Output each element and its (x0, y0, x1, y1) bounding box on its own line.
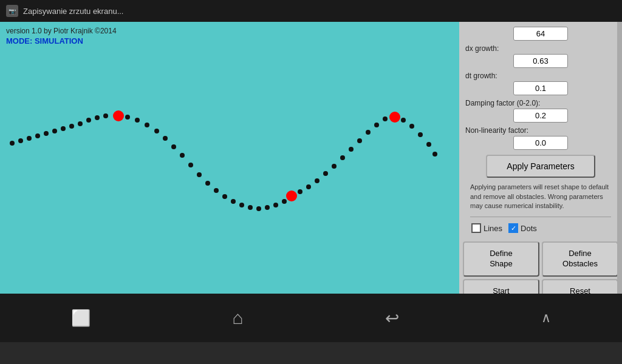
svg-point-23 (222, 194, 227, 199)
damping-label: Damping factor (0-2.0): (465, 99, 616, 107)
svg-point-44 (418, 132, 423, 137)
svg-point-14 (145, 123, 149, 127)
right-panel: dx growth: dt growth: Damping factor (0-… (459, 22, 622, 294)
svg-point-10 (95, 115, 100, 120)
svg-point-34 (323, 171, 328, 176)
back-icon[interactable]: ↩ (385, 308, 399, 328)
svg-point-11 (103, 113, 108, 118)
define-obstacles-button[interactable]: DefineObstacles (542, 241, 618, 277)
svg-point-40 (374, 123, 379, 127)
svg-point-3 (35, 133, 40, 138)
svg-point-4 (44, 131, 49, 136)
dots-checkbox-label[interactable]: Dots (508, 223, 537, 233)
svg-point-0 (10, 141, 15, 146)
svg-point-17 (171, 144, 176, 149)
svg-point-8 (78, 121, 83, 126)
svg-point-28 (265, 205, 270, 210)
canvas-area: version 1.0 by Piotr Krajnik ©2014 MODE:… (0, 22, 459, 294)
dt-growth-input[interactable] (513, 81, 568, 95)
svg-point-26 (248, 205, 253, 210)
svg-point-2 (27, 136, 32, 141)
svg-point-29 (273, 203, 278, 207)
lines-label: Lines (484, 224, 502, 233)
up-icon[interactable]: ∧ (541, 310, 551, 326)
svg-point-27 (256, 206, 261, 211)
svg-point-19 (188, 163, 193, 167)
svg-point-24 (231, 199, 236, 204)
svg-point-7 (69, 124, 74, 129)
svg-point-43 (409, 124, 414, 129)
apply-parameters-button[interactable]: Apply Parameters (486, 155, 595, 178)
params-section: dx growth: dt growth: Damping factor (0-… (459, 22, 622, 239)
control-point-2[interactable] (389, 112, 400, 123)
svg-point-46 (432, 152, 437, 157)
checkboxes-row: Lines Dots (465, 221, 616, 235)
dots-label: Dots (521, 224, 537, 233)
lines-checkbox-label[interactable]: Lines (471, 223, 502, 233)
svg-point-6 (61, 126, 66, 131)
svg-point-35 (332, 164, 337, 169)
svg-point-25 (239, 203, 244, 207)
action-buttons: DefineShape DefineObstacles StartSimulat… (459, 239, 622, 294)
svg-point-31 (298, 189, 302, 194)
svg-point-1 (18, 138, 23, 143)
reset-simulation-button[interactable]: ResetSimulation (542, 279, 618, 294)
svg-point-33 (315, 178, 320, 183)
nonlinearity-label: Non-linearity factor: (465, 126, 616, 135)
home-icon[interactable]: ⌂ (233, 308, 244, 328)
top-param-input[interactable] (513, 27, 568, 41)
define-shape-button[interactable]: DefineShape (463, 241, 539, 277)
simulation-canvas (0, 22, 459, 294)
damping-input[interactable] (513, 109, 568, 123)
svg-point-36 (340, 155, 345, 160)
svg-point-30 (282, 199, 287, 204)
start-simulation-button[interactable]: StartSimulation (463, 279, 539, 294)
svg-point-41 (383, 116, 388, 121)
dots-checkbox[interactable] (508, 223, 518, 233)
svg-point-16 (163, 136, 168, 141)
svg-point-39 (366, 130, 371, 135)
svg-point-12 (125, 115, 130, 120)
apply-note: Applying parameters will reset shape to … (465, 180, 616, 213)
svg-point-13 (135, 118, 140, 123)
svg-point-15 (154, 129, 159, 133)
svg-point-18 (180, 153, 185, 158)
title-bar: 📷 Zapisywanie zrzutu ekranu... (0, 0, 622, 22)
recent-apps-icon[interactable]: ⬜ (71, 309, 91, 328)
divider (470, 217, 611, 217)
svg-point-37 (349, 147, 354, 152)
nonlinearity-input[interactable] (513, 136, 568, 150)
svg-point-32 (306, 184, 311, 189)
svg-point-38 (357, 138, 362, 143)
dx-growth-input[interactable] (513, 54, 568, 68)
dt-growth-label: dt growth: (465, 72, 616, 80)
svg-point-22 (214, 188, 219, 193)
lines-checkbox[interactable] (471, 223, 481, 233)
svg-point-21 (205, 181, 210, 186)
scroll-track[interactable] (617, 22, 622, 294)
control-point-3[interactable] (286, 190, 297, 201)
svg-point-42 (401, 118, 406, 123)
svg-point-9 (86, 118, 91, 123)
main-content: version 1.0 by Piotr Krajnik ©2014 MODE:… (0, 22, 622, 294)
svg-point-5 (52, 129, 57, 133)
svg-point-45 (426, 142, 431, 147)
control-point-1[interactable] (113, 110, 124, 121)
nav-bar: ⬜ ⌂ ↩ ∧ (0, 294, 622, 342)
title-bar-icon: 📷 (6, 5, 18, 17)
dx-growth-label: dx growth: (465, 44, 616, 53)
svg-point-20 (197, 172, 202, 177)
title-bar-text: Zapisywanie zrzutu ekranu... (23, 7, 123, 16)
